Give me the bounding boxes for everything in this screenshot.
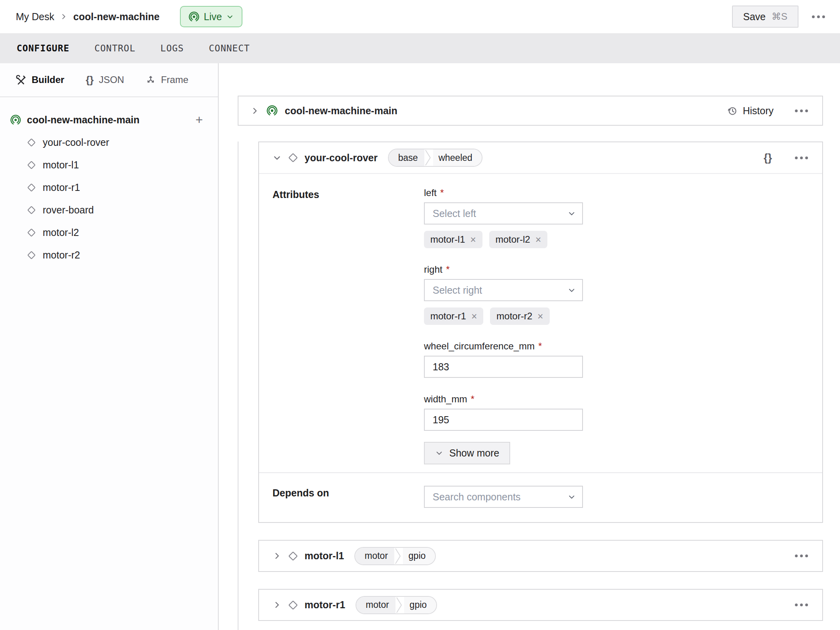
component-diamond-icon: [27, 138, 36, 147]
broadcast-icon: [10, 115, 21, 125]
search-components-placeholder: Search components: [433, 491, 568, 503]
breadcrumb-root-link[interactable]: My Desk: [16, 11, 54, 23]
field-right: right * Select right motor-r1: [424, 264, 583, 325]
component-card-motor-l1: motor-l1 motor gpio: [258, 540, 823, 572]
component-diamond-icon: [288, 551, 298, 561]
machine-part-card: cool-new-machine-main History: [238, 96, 823, 126]
chip-motor-r1: motor-r1 ×: [424, 307, 483, 325]
wheel-circumference-input[interactable]: [424, 356, 583, 378]
field-right-label: right *: [424, 264, 583, 275]
chevron-right-icon[interactable]: [272, 551, 282, 560]
badge-model: gpio: [404, 597, 436, 613]
depends-on-section: Depends on Search components: [259, 473, 822, 522]
required-marker: *: [446, 264, 450, 275]
history-clock-icon: [727, 106, 738, 116]
required-marker: *: [538, 341, 542, 352]
broadcast-icon: [267, 105, 278, 116]
topbar: My Desk cool-new-machine Live Save ⌘S: [0, 0, 840, 33]
field-label-text: right: [424, 264, 443, 275]
add-component-button[interactable]: +: [194, 113, 204, 126]
breadcrumb-separator-icon: [60, 13, 68, 21]
chevron-right-icon[interactable]: [272, 600, 282, 609]
part-children-rail: your-cool-rover base wheeled {} Attribut…: [238, 141, 823, 630]
chip-label: motor-l2: [496, 234, 530, 245]
rover-card-title: your-cool-rover: [305, 152, 378, 164]
chevron-down-icon: [568, 209, 576, 218]
motor-r1-menu-button[interactable]: [791, 600, 812, 610]
mode-json[interactable]: {} JSON: [86, 74, 124, 86]
primary-tabbar: CONFIGURE CONTROL LOGS CONNECT: [0, 33, 840, 63]
chevron-down-icon: [568, 286, 576, 294]
history-button[interactable]: History: [727, 105, 774, 117]
field-label-text: wheel_circumference_mm: [424, 341, 535, 352]
motor-l1-card-title: motor-l1: [305, 550, 344, 562]
search-components-dropdown[interactable]: Search components: [424, 486, 583, 508]
tree-root-machine-part[interactable]: cool-new-machine-main +: [10, 108, 204, 131]
field-left: left * Select left motor-l1: [424, 187, 583, 248]
select-right-dropdown[interactable]: Select right: [424, 279, 583, 301]
edit-json-button[interactable]: {}: [761, 152, 774, 164]
machine-status-dropdown[interactable]: Live: [180, 6, 242, 27]
tree-item-motor-r1[interactable]: motor-r1: [10, 176, 204, 199]
tree-item-motor-r2[interactable]: motor-r2: [10, 244, 204, 266]
remove-chip-icon[interactable]: ×: [470, 235, 476, 245]
chevron-down-icon[interactable]: [272, 153, 282, 162]
chip-label: motor-r1: [430, 311, 466, 322]
tab-control[interactable]: CONTROL: [95, 43, 136, 53]
component-diamond-icon: [27, 206, 36, 215]
component-diamond-icon: [27, 251, 36, 260]
machine-part-title: cool-new-machine-main: [285, 105, 397, 117]
attributes-section-label: Attributes: [272, 187, 424, 464]
chip-motor-l1: motor-l1 ×: [424, 231, 482, 248]
tab-connect[interactable]: CONNECT: [209, 43, 250, 53]
badge-model: gpio: [403, 548, 435, 564]
component-diamond-icon: [288, 153, 298, 163]
broadcast-icon: [189, 11, 199, 22]
width-input[interactable]: [424, 409, 583, 431]
motor-l1-menu-button[interactable]: [791, 551, 812, 561]
badge-type: motor: [356, 597, 395, 613]
mode-builder[interactable]: Builder: [16, 74, 64, 85]
chevron-down-icon: [568, 493, 576, 501]
tree-item-motor-l1[interactable]: motor-l1: [10, 154, 204, 176]
show-more-button[interactable]: Show more: [424, 442, 510, 464]
motor-r1-card-title: motor-r1: [305, 599, 345, 611]
remove-chip-icon[interactable]: ×: [471, 311, 477, 321]
component-diamond-icon: [288, 600, 298, 610]
tree-item-rover-board[interactable]: rover-board: [10, 199, 204, 221]
depends-on-label: Depends on: [272, 486, 424, 508]
depends-on-fields: Search components: [424, 486, 583, 508]
mode-frame[interactable]: Frame: [146, 74, 188, 85]
field-label-text: left: [424, 187, 437, 198]
tree-item-motor-l2[interactable]: motor-l2: [10, 221, 204, 244]
chevron-right-icon[interactable]: [250, 106, 259, 115]
rover-card-menu-button[interactable]: [791, 153, 812, 163]
history-label: History: [743, 105, 774, 117]
select-left-dropdown[interactable]: Select left: [424, 202, 583, 224]
part-card-menu-button[interactable]: [791, 106, 812, 116]
rover-card-header: your-cool-rover base wheeled {}: [259, 142, 822, 174]
badge-divider-chevron: [424, 149, 433, 166]
live-status-label: Live: [204, 11, 222, 23]
field-left-label: left *: [424, 187, 583, 198]
chip-label: motor-r2: [496, 311, 532, 322]
tab-logs[interactable]: LOGS: [161, 43, 184, 53]
tree-item-label: rover-board: [43, 204, 94, 216]
save-button[interactable]: Save ⌘S: [732, 6, 798, 28]
field-width-label: width_mm *: [424, 394, 583, 405]
tab-configure[interactable]: CONFIGURE: [17, 43, 70, 53]
json-braces-icon: {}: [86, 74, 94, 86]
badge-type: motor: [355, 548, 394, 564]
frame-axes-icon: [146, 75, 156, 85]
remove-chip-icon[interactable]: ×: [535, 235, 541, 245]
tools-icon: [16, 75, 26, 85]
tree-item-your-cool-rover[interactable]: your-cool-rover: [10, 131, 204, 154]
remove-chip-icon[interactable]: ×: [537, 311, 543, 321]
breadcrumb-current: cool-new-machine: [73, 11, 159, 23]
component-type-badge: base wheeled: [388, 149, 483, 167]
component-type-badge: motor gpio: [356, 596, 437, 614]
badge-type: base: [389, 149, 424, 166]
field-wheel-label: wheel_circumference_mm *: [424, 341, 583, 352]
topbar-overflow-menu-button[interactable]: [808, 11, 829, 22]
tree-root-label: cool-new-machine-main: [27, 114, 140, 126]
